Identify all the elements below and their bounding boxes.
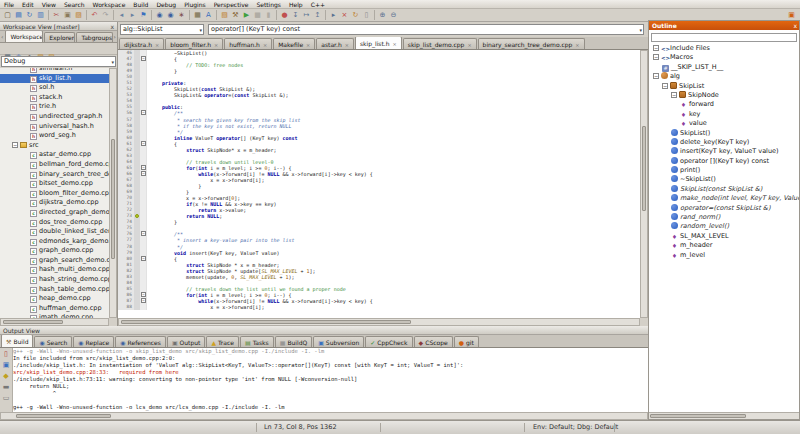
fold-collapse-icon[interactable]: − (141, 256, 146, 261)
run-icon[interactable]: ▶ (241, 10, 252, 20)
sidebar-tab-workspace[interactable]: Workspace (5, 31, 43, 42)
save-file-icon[interactable]: ▥ (35, 10, 46, 20)
fold-collapse-icon[interactable]: − (141, 231, 146, 236)
menu-file[interactable]: File (0, 0, 18, 9)
build-config-dropdown[interactable]: Debug ▾ (1, 56, 116, 67)
close-tab-icon[interactable]: × (155, 42, 159, 48)
collapse-output-icon[interactable]: ▬ (1, 382, 12, 393)
output-tab-cscope[interactable]: ◆CScope (414, 336, 453, 347)
close-tab-icon[interactable]: × (263, 42, 267, 48)
tree-item-skip-list-h[interactable]: hskip_list.h (0, 74, 109, 84)
reload-file-icon[interactable]: ↻ (24, 10, 35, 20)
output-tab-subversion[interactable]: ▣Subversion (313, 336, 364, 347)
editor-tab-skip-list-demo-cpp[interactable]: skip_list_demo.cpp× (403, 38, 477, 49)
close-tab-icon[interactable]: × (345, 42, 349, 48)
restart-debug-icon[interactable]: ↻ (350, 10, 361, 20)
outline-item-skiplist[interactable]: SkipList() (649, 129, 799, 138)
scope-dropdown[interactable]: alg::SkipList ▾ (120, 24, 204, 35)
outline-item-macros[interactable]: −<>Macros (649, 53, 799, 62)
editor-tab-bloom-filter-h[interactable]: bloom_filter.h× (165, 38, 223, 49)
outline-item-alg[interactable]: −alg (649, 72, 799, 81)
copy-icon[interactable]: ▣ (62, 10, 73, 20)
find-replace-icon[interactable]: ◉ (165, 10, 176, 20)
back-icon[interactable]: ◂ (116, 10, 127, 20)
output-tab-search[interactable]: ◉Search (34, 336, 72, 347)
tree-item-graph-search-demo-cpp[interactable]: cgraph_search_demo.cpp (0, 256, 109, 266)
close-tab-icon[interactable]: × (467, 42, 471, 48)
menu-perspective[interactable]: Perspective (210, 0, 253, 9)
function-dropdown[interactable]: operator[] (KeyT key) const ▾ (208, 24, 644, 35)
output-tab-references[interactable]: ◉References (115, 336, 166, 347)
word-wrap-icon[interactable]: ▣ (1, 360, 12, 371)
menu-help[interactable]: Help (285, 0, 307, 9)
menu-build[interactable]: Build (129, 0, 152, 9)
menu-workspace[interactable]: Workspace (89, 0, 130, 9)
outline-tree[interactable]: −<>Include Files−<>Macros#__SKIP_LIST_H_… (649, 44, 799, 394)
tree-item-edmonds-karp-demo-cpp[interactable]: cedmonds_karp_demo.cpp (0, 237, 109, 247)
menu-debug[interactable]: Debug (152, 0, 180, 9)
tree-item-word-seg-h[interactable]: hword_seg.h (0, 131, 109, 141)
output-hscrollbar[interactable] (0, 412, 648, 420)
tree-item-dijkstra-demo-cpp[interactable]: cdijkstra_demo.cpp (0, 198, 109, 208)
outline-item-include-files[interactable]: −<>Include Files (649, 44, 799, 53)
outline-item-make-node-int-level-keyt-key-valuet-value[interactable]: make_node(int level, KeyT key, ValueT va… (649, 194, 799, 203)
close-tab-icon[interactable]: × (306, 42, 310, 48)
menu-plugins[interactable]: Plugins (180, 0, 210, 9)
editor-vscrollbar[interactable] (640, 50, 648, 318)
fold-collapse-icon[interactable]: − (141, 298, 146, 303)
close-tab-icon[interactable]: × (575, 42, 579, 48)
expander-icon[interactable]: − (671, 92, 677, 98)
close-outline-icon[interactable]: x (793, 21, 797, 30)
tree-item-heap-demo-cpp[interactable]: cheap_demo.cpp (0, 294, 109, 304)
tree-item-trie-h[interactable]: htrie.h (0, 102, 109, 112)
close-workspace-icon[interactable]: x (110, 22, 114, 31)
outline-item-skipnode[interactable]: −SkipNode (649, 91, 799, 100)
tree-item-graph-demo-cpp[interactable]: cgraph_demo.cpp (0, 246, 109, 256)
output-tab-output[interactable]: ▣Output (167, 336, 206, 347)
tree-item-stack-h[interactable]: hstack.h (0, 93, 109, 103)
pause-icon[interactable]: ▮ (263, 10, 274, 20)
tree-item-universal-hash-h[interactable]: huniversal_hash.h (0, 122, 109, 132)
outline-item-delete-key-keyt-key[interactable]: delete_key(KeyT key) (649, 138, 799, 147)
output-tab-replace[interactable]: ◉Replace (73, 336, 114, 347)
tree-item-directed-graph-demo-cpp[interactable]: cdirected_graph_demo.cpp (0, 208, 109, 218)
editor-tab-dijkstra-h[interactable]: dijkstra.h× (119, 38, 164, 49)
tree-item-bellman-ford-demo-cpp[interactable]: cbellman_ford_demo.cpp (0, 160, 109, 170)
sidebar-tab-tabgroups[interactable]: Tabgroups (76, 32, 112, 42)
clear-icon[interactable]: ▯ (361, 10, 372, 20)
bookmark-icon[interactable]: ⚑ (138, 10, 149, 20)
editor-tab-astar-h[interactable]: astar.h× (316, 38, 354, 49)
editor-tab-huffman-h[interactable]: huffman.h× (224, 38, 272, 49)
tree-item-src[interactable]: −src (0, 141, 109, 151)
menu-settings[interactable]: Settings (252, 0, 285, 9)
run-to-cursor-icon[interactable]: ▸ (328, 10, 339, 20)
output-tab-buildq[interactable]: ▦BuildQ (275, 336, 312, 347)
find-in-files-icon[interactable]: ∗ (176, 10, 187, 20)
outline-item-insert-keyt-key-valuet-value[interactable]: insert(KeyT key, ValueT value) (649, 147, 799, 156)
zoom-in-icon[interactable]: ⊕ (377, 10, 388, 20)
undo-icon[interactable]: ↶ (89, 10, 100, 20)
sidebar-tab-explorer[interactable]: Explorer (44, 32, 75, 42)
outline-item-value[interactable]: ♦value (649, 119, 799, 128)
tree-item-sol-h[interactable]: hsol.h (0, 83, 109, 93)
outline-item-print[interactable]: print() (649, 166, 799, 175)
output-tab-git[interactable]: ●git (454, 336, 479, 347)
outline-item-skiplist[interactable]: −SkipList (649, 82, 799, 91)
outline-item-skiplist-const-skiplist[interactable]: SkipList(const SkipList &) (649, 185, 799, 194)
code-editor[interactable]: 46 ~SkipList()47− {48 // TODO: free node… (118, 50, 640, 318)
outline-item-random-level[interactable]: random_level() (649, 222, 799, 231)
tree-item-undirected-graph-h[interactable]: hundirected_graph.h (0, 112, 109, 122)
tree-item-double-linked-list-demo-cpp[interactable]: cdouble_linked_list_demo.cpp (0, 227, 109, 237)
menu-c[interactable]: C++ (307, 0, 329, 9)
outline-item-sl-max-level[interactable]: ♦SL_MAX_LEVEL (649, 232, 799, 241)
step-in-icon[interactable]: ↧ (290, 10, 301, 20)
expander-icon[interactable]: − (653, 54, 659, 60)
editor-tab-skip-list-h[interactable]: skip_list.h× (355, 37, 402, 49)
file-tree[interactable]: hsimhash.hhskip_list.hhsol.hhstack.hhtri… (0, 68, 109, 318)
fold-collapse-icon[interactable]: − (141, 141, 146, 146)
fold-collapse-icon[interactable]: − (141, 56, 146, 61)
scroll-tabs-right-icon[interactable]: › (113, 31, 117, 42)
fold-collapse-icon[interactable]: − (141, 171, 146, 176)
file-tree-vscrollbar[interactable] (109, 68, 117, 318)
close-tab-icon[interactable]: × (393, 41, 397, 47)
